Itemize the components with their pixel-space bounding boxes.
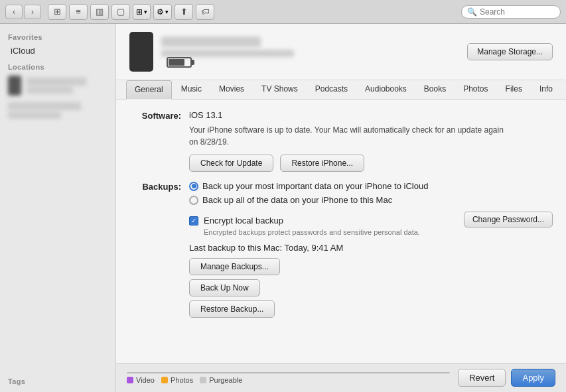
legend-photos: Photos xyxy=(161,376,193,384)
legend-purgeable-label: Purgeable xyxy=(209,376,242,384)
share-icon[interactable]: ⬆ xyxy=(175,4,193,20)
locations-section-label: Locations xyxy=(0,59,115,72)
legend-purgeable: Purgeable xyxy=(200,376,242,384)
tab-info[interactable]: Info xyxy=(531,80,561,99)
toolbar: ‹ › ⊞ ≡ ▥ ▢ ⊞▾ ⚙▾ ⬆ 🏷 🔍 xyxy=(0,0,566,24)
device-info xyxy=(161,36,459,68)
sidebar-item-device-2[interactable] xyxy=(3,99,113,121)
view-icon-gallery[interactable]: ▢ xyxy=(111,4,130,20)
revert-button[interactable]: Revert xyxy=(458,369,506,387)
tab-tvshows[interactable]: TV Shows xyxy=(253,80,306,99)
last-backup-label: Last backup to this Mac: xyxy=(189,243,282,253)
nav-buttons: ‹ › xyxy=(5,5,41,19)
tab-audiobooks[interactable]: Audiobooks xyxy=(357,80,415,99)
backup-action-buttons: Manage Backups... Back Up Now Restore Ba… xyxy=(189,258,553,318)
device-icon-1 xyxy=(8,76,21,96)
device-name-1 xyxy=(27,78,86,86)
software-section: Software: iOS 13.1 Your iPhone software … xyxy=(129,110,553,172)
favorites-section-label: Favorites xyxy=(0,29,115,42)
backup-mac-label: Back up all of the data on your iPhone t… xyxy=(202,195,392,205)
backup-icloud-row[interactable]: Back up your most important data on your… xyxy=(189,181,553,191)
software-label: Software: xyxy=(129,110,189,172)
device-sub-2 xyxy=(8,112,61,119)
battery-icon xyxy=(167,57,192,68)
content-area: Manage Storage... General Music Movies T… xyxy=(116,24,566,392)
restore-iphone-button[interactable]: Restore iPhone... xyxy=(280,155,364,172)
last-backup-info: Last backup to this Mac: Today, 9:41 AM xyxy=(189,243,553,253)
search-bar[interactable]: 🔍 xyxy=(461,5,561,19)
view-icon-grid[interactable]: ⊞ xyxy=(48,4,66,20)
backup-icloud-label: Back up your most important data on your… xyxy=(202,181,428,191)
tab-files[interactable]: Files xyxy=(498,80,530,99)
device-sub-1 xyxy=(27,87,73,94)
back-up-now-button[interactable]: Back Up Now xyxy=(189,279,260,296)
legend-purgeable-dot xyxy=(200,377,206,383)
forward-button[interactable]: › xyxy=(24,5,41,19)
content-body: Software: iOS 13.1 Your iPhone software … xyxy=(116,99,566,363)
device-image xyxy=(129,32,153,72)
device-name-2 xyxy=(8,102,81,110)
last-backup-value: Today, 9:41 AM xyxy=(285,243,344,253)
legend-video: Video xyxy=(127,376,155,384)
sort-dropdown[interactable]: ⊞▾ xyxy=(133,4,151,20)
device-header: Manage Storage... xyxy=(116,24,566,80)
back-button[interactable]: ‹ xyxy=(5,5,23,19)
sidebar-item-icloud[interactable]: iCloud xyxy=(3,43,113,58)
view-icon-columns[interactable]: ▥ xyxy=(90,4,109,20)
legend-video-dot xyxy=(127,377,133,383)
software-content: iOS 13.1 Your iPhone software is up to d… xyxy=(189,110,553,172)
software-buttons: Check for Update Restore iPhone... xyxy=(189,155,553,172)
tab-music[interactable]: Music xyxy=(173,80,210,99)
manage-backups-button[interactable]: Manage Backups... xyxy=(189,258,280,275)
encrypt-label: Encrypt local backup xyxy=(204,216,283,226)
encrypt-checkbox-row: ✓ Encrypt local backup xyxy=(189,216,283,226)
device-name-header xyxy=(161,36,261,47)
checkbox-checkmark: ✓ xyxy=(191,218,196,224)
toolbar-icons: ⊞ ≡ ▥ ▢ ⊞▾ ⚙▾ ⬆ 🏷 xyxy=(48,4,214,20)
software-description: Your iPhone software is up to date. Your… xyxy=(189,124,508,148)
storage-bar xyxy=(127,372,450,373)
tab-general[interactable]: General xyxy=(126,80,172,99)
tag-icon[interactable]: 🏷 xyxy=(196,4,214,20)
legend-photos-label: Photos xyxy=(171,376,193,384)
backup-icloud-radio[interactable] xyxy=(189,182,198,191)
backups-content: Back up your most important data on your… xyxy=(189,181,553,318)
sidebar: Favorites iCloud Locations Tags xyxy=(0,24,116,392)
encrypt-checkbox[interactable]: ✓ xyxy=(189,216,198,226)
legend-photos-dot xyxy=(161,377,168,383)
backup-mac-row[interactable]: Back up all of the data on your iPhone t… xyxy=(189,195,553,205)
sidebar-item-device-1[interactable] xyxy=(3,73,113,98)
bottom-bar: Video Photos Purgeable Revert Apply xyxy=(116,363,566,392)
apply-button[interactable]: Apply xyxy=(511,369,555,387)
bottom-buttons: Revert Apply xyxy=(458,369,555,387)
tab-podcasts[interactable]: Podcasts xyxy=(307,80,356,99)
view-icon-list[interactable]: ≡ xyxy=(69,4,88,20)
backups-section: Backups: Back up your most important dat… xyxy=(129,181,553,318)
tab-movies[interactable]: Movies xyxy=(211,80,252,99)
tags-section-label: Tags xyxy=(0,373,115,387)
backups-label: Backups: xyxy=(129,181,189,318)
check-update-button[interactable]: Check for Update xyxy=(189,155,273,172)
device-detail-header xyxy=(161,50,294,57)
storage-legend: Video Photos Purgeable xyxy=(127,376,450,384)
search-icon: 🔍 xyxy=(467,7,477,17)
change-password-button[interactable]: Change Password... xyxy=(464,212,553,228)
tab-books[interactable]: Books xyxy=(416,80,454,99)
tabs-bar: General Music Movies TV Shows Podcasts A… xyxy=(116,80,566,99)
battery-fill xyxy=(169,59,184,66)
legend-video-label: Video xyxy=(136,376,155,384)
action-dropdown[interactable]: ⚙▾ xyxy=(153,4,172,20)
search-input[interactable] xyxy=(480,7,555,17)
manage-storage-button[interactable]: Manage Storage... xyxy=(467,43,553,60)
encrypt-description: Encrypted backups protect passwords and … xyxy=(189,228,553,236)
restore-backup-button[interactable]: Restore Backup... xyxy=(189,300,275,318)
software-version: iOS 13.1 xyxy=(189,110,553,120)
backup-mac-radio[interactable] xyxy=(189,196,198,205)
tab-photos[interactable]: Photos xyxy=(455,80,496,99)
main-layout: Favorites iCloud Locations Tags xyxy=(0,24,566,392)
